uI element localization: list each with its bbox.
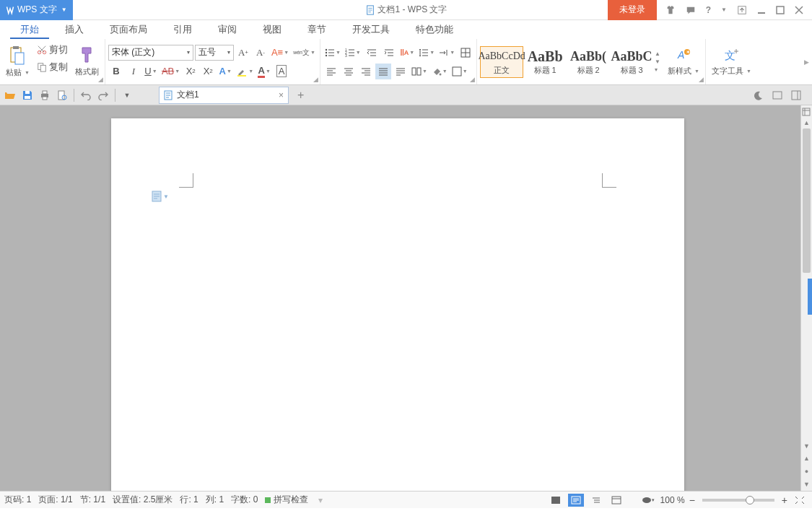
- browse-object-button[interactable]: ●: [805, 465, 808, 478]
- status-column[interactable]: 列: 1: [206, 494, 224, 506]
- decrease-indent-button[interactable]: [364, 45, 380, 61]
- tab-page-layout[interactable]: 页面布局: [97, 20, 160, 39]
- eye-protect-button[interactable]: ▾: [640, 494, 656, 507]
- align-distribute-button[interactable]: [393, 64, 409, 79]
- shading-button[interactable]: ▼: [430, 64, 449, 79]
- side-panel-handle[interactable]: [808, 279, 812, 315]
- style-heading2[interactable]: AaBb(标题 2: [567, 46, 610, 78]
- feedback-icon[interactable]: [686, 5, 696, 15]
- document-tab[interactable]: 文档1 ×: [159, 87, 289, 104]
- zoom-level[interactable]: 100 %: [660, 495, 685, 505]
- font-color-button[interactable]: A▼: [256, 64, 272, 79]
- bold-button[interactable]: B: [108, 64, 124, 79]
- save-button[interactable]: [20, 88, 35, 102]
- align-center-button[interactable]: [341, 64, 357, 79]
- tab-devtools[interactable]: 开发工具: [339, 20, 403, 39]
- change-case-button[interactable]: A≡▼: [270, 45, 290, 61]
- status-section[interactable]: 节: 1/1: [80, 494, 105, 506]
- align-left-button[interactable]: [323, 64, 339, 79]
- tab-view[interactable]: 视图: [250, 20, 294, 39]
- style-normal[interactable]: AaBbCcDd正文: [480, 46, 523, 78]
- superscript-button[interactable]: X2: [183, 64, 198, 79]
- style-heading1[interactable]: AaBb标题 1: [523, 46, 567, 78]
- prev-page-button[interactable]: ▲: [803, 452, 810, 465]
- font-size-select[interactable]: 五号▾: [195, 45, 234, 61]
- style-prev-button[interactable]: ▲: [653, 50, 662, 58]
- tab-review[interactable]: 审阅: [205, 20, 250, 39]
- style-next-button[interactable]: ▼: [653, 58, 662, 66]
- tab-references[interactable]: 引用: [160, 20, 205, 39]
- web-layout-view-button[interactable]: [608, 494, 624, 507]
- font-launcher[interactable]: ◢: [313, 76, 318, 83]
- zoom-out-button[interactable]: −: [689, 494, 695, 506]
- zoom-slider[interactable]: [702, 499, 774, 502]
- align-right-button[interactable]: [358, 64, 374, 79]
- font-family-select[interactable]: 宋体 (正文)▾: [108, 45, 193, 61]
- read-mode-button[interactable]: [770, 88, 785, 102]
- paste-button[interactable]: 粘贴▼: [3, 40, 32, 83]
- zoom-in-button[interactable]: +: [782, 494, 787, 506]
- scroll-thumb[interactable]: [803, 128, 811, 273]
- paragraph-launcher[interactable]: ◢: [470, 76, 475, 83]
- chevron-down-icon[interactable]: ▼: [721, 6, 727, 13]
- fullscreen-view-button[interactable]: [548, 494, 564, 507]
- status-word-count[interactable]: 字数: 0: [231, 494, 258, 506]
- status-page-number[interactable]: 页码: 1: [4, 494, 31, 506]
- print-preview-button[interactable]: [55, 88, 69, 102]
- shrink-font-button[interactable]: A-: [253, 45, 269, 61]
- close-tab-button[interactable]: ×: [279, 90, 284, 100]
- borders-grid-button[interactable]: [458, 45, 473, 61]
- next-page-button[interactable]: ▼: [803, 478, 810, 491]
- open-button[interactable]: [3, 88, 17, 102]
- redo-button[interactable]: [96, 88, 110, 102]
- app-menu-button[interactable]: WPS 文字 ▼: [0, 0, 73, 20]
- print-layout-view-button[interactable]: [568, 494, 584, 507]
- skin-icon[interactable]: [665, 5, 676, 15]
- increase-indent-button[interactable]: [381, 45, 397, 61]
- tab-section[interactable]: 章节: [294, 20, 339, 39]
- status-indent[interactable]: 设置值: 2.5厘米: [113, 494, 173, 506]
- phonetic-guide-button[interactable]: wén文▼: [292, 45, 317, 61]
- ruler-toggle-icon[interactable]: [801, 107, 811, 117]
- clipboard-launcher[interactable]: ◢: [98, 76, 103, 83]
- tab-insert[interactable]: 插入: [52, 20, 97, 39]
- italic-button[interactable]: I: [126, 64, 141, 79]
- outline-view-button[interactable]: [588, 494, 604, 507]
- night-mode-button[interactable]: [751, 88, 766, 102]
- subscript-button[interactable]: X2: [200, 64, 216, 79]
- new-style-button[interactable]: A✶ 新样式▼: [665, 47, 702, 77]
- fit-window-button[interactable]: [792, 494, 808, 507]
- numbering-button[interactable]: 123▼: [344, 45, 362, 61]
- print-button[interactable]: [38, 88, 52, 102]
- text-direction-button[interactable]: ⅡA▼: [398, 45, 416, 61]
- status-pages[interactable]: 页面: 1/1: [38, 494, 72, 506]
- paragraph-layout-button[interactable]: ▼: [410, 64, 429, 79]
- task-pane-button[interactable]: [789, 88, 803, 102]
- strikethrough-button[interactable]: AB▼: [160, 64, 181, 79]
- maximize-button[interactable]: [776, 6, 785, 14]
- line-spacing-button[interactable]: ▼: [417, 45, 436, 61]
- highlight-button[interactable]: ▼: [235, 64, 255, 79]
- grow-font-button[interactable]: A+: [235, 45, 251, 61]
- styles-launcher[interactable]: ◢: [699, 76, 704, 83]
- zoom-knob[interactable]: [746, 496, 754, 505]
- undo-button[interactable]: [79, 88, 93, 102]
- tab-stops-button[interactable]: ▼: [437, 45, 456, 61]
- text-tools-button[interactable]: 文 文字工具▼: [709, 40, 754, 83]
- upload-icon[interactable]: [737, 5, 747, 15]
- ribbon-expand-button[interactable]: ▶: [804, 58, 809, 66]
- new-tab-button[interactable]: +: [292, 89, 310, 102]
- cut-button[interactable]: 剪切: [35, 42, 69, 58]
- format-painter-button[interactable]: 格式刷: [72, 40, 102, 83]
- paste-options-button[interactable]: ▼: [152, 191, 169, 202]
- borders-button[interactable]: ▼: [450, 64, 469, 79]
- status-line[interactable]: 行: 1: [180, 494, 198, 506]
- tab-features[interactable]: 特色功能: [403, 20, 466, 39]
- style-heading3[interactable]: AaBbC标题 3: [610, 46, 653, 78]
- copy-button[interactable]: 复制: [35, 59, 69, 75]
- close-button[interactable]: [795, 6, 803, 14]
- login-button[interactable]: 未登录: [608, 0, 657, 20]
- help-button[interactable]: ?: [706, 5, 711, 15]
- scroll-up-button[interactable]: ▲: [803, 117, 810, 128]
- bullets-button[interactable]: ▼: [323, 45, 342, 61]
